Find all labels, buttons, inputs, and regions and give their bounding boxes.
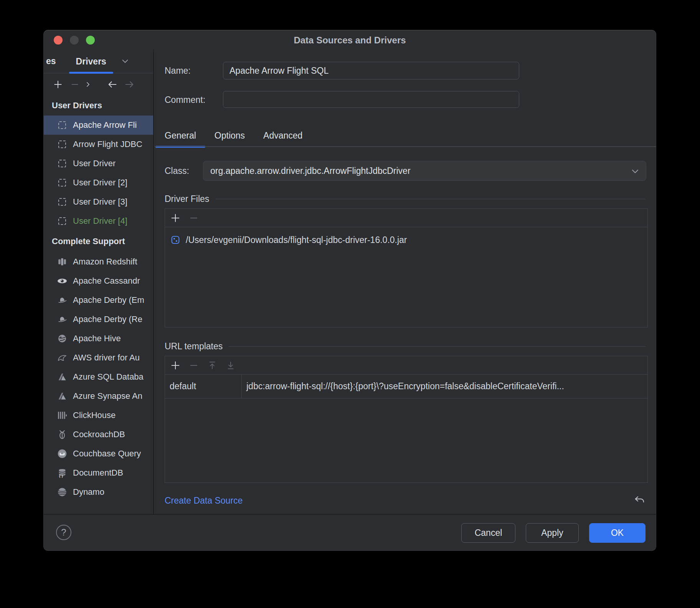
zoom-window-button[interactable] <box>86 36 95 45</box>
sidebar-item-user-driver-3[interactable]: User Driver [3] <box>44 192 153 211</box>
sidebar-item-arrow-flight-jdbc[interactable]: Arrow Flight JDBC <box>44 135 153 154</box>
redshift-icon <box>57 257 67 267</box>
url-template-value-cell[interactable]: jdbc:arrow-flight-sql://{host}:{port}\?u… <box>242 375 647 398</box>
tab-drivers[interactable]: Drivers <box>69 50 113 73</box>
forward-button[interactable] <box>124 79 135 90</box>
url-templates-panel: default jdbc:arrow-flight-sql://{host}:{… <box>165 356 648 483</box>
data-sources-dialog: Data Sources and Drivers es Drivers <box>43 30 656 551</box>
sidebar-item-apache-derby-remote[interactable]: Apache Derby (Re <box>44 310 153 329</box>
azure-triangle-icon <box>57 372 67 382</box>
create-data-source-link[interactable]: Create Data Source <box>165 493 243 508</box>
screen-background: Data Sources and Drivers es Drivers <box>0 0 700 608</box>
driver-file-path: /Users/evgenii/Downloads/flight-sql-jdbc… <box>186 235 407 245</box>
sidebar-item-label: DocumentDB <box>73 468 123 478</box>
sidebar-item-clickhouse[interactable]: ClickHouse <box>44 406 153 425</box>
add-template-button[interactable] <box>170 360 181 371</box>
url-template-name-cell[interactable]: default <box>165 375 242 398</box>
chevron-down-icon[interactable] <box>119 56 131 67</box>
comment-label: Comment: <box>165 95 205 105</box>
tab-data-sources-partial[interactable]: es <box>46 56 56 66</box>
help-button[interactable]: ? <box>56 525 71 540</box>
clickhouse-bars-icon <box>57 410 67 420</box>
add-driver-button[interactable] <box>52 79 64 90</box>
sidebar-item-user-driver[interactable]: User Driver <box>44 154 153 173</box>
azure-triangle-icon <box>57 391 67 401</box>
sidebar-item-apache-hive[interactable]: Apache Hive <box>44 329 153 348</box>
sidebar-item-label: Apache Arrow Fli <box>73 120 137 130</box>
sidebar-item-azure-synapse[interactable]: Azure Synapse An <box>44 387 153 406</box>
tab-options[interactable]: Options <box>205 124 254 147</box>
sidebar-item-label: Arrow Flight JDBC <box>73 139 142 149</box>
tab-advanced[interactable]: Advanced <box>254 124 312 147</box>
sidebar-item-label: Apache Cassandr <box>73 276 140 286</box>
apply-button[interactable]: Apply <box>526 523 579 543</box>
comment-input[interactable] <box>223 91 519 108</box>
sidebar-item-apache-cassandra[interactable]: Apache Cassandr <box>44 271 153 291</box>
sidebar-item-apache-arrow-flight[interactable]: Apache Arrow Fli <box>44 116 153 135</box>
sidebar-item-apache-derby-embedded[interactable]: Apache Derby (Em <box>44 291 153 310</box>
undo-icon[interactable] <box>634 494 646 506</box>
user-driver-icon <box>57 139 67 149</box>
svg-text:{}: {} <box>59 474 64 478</box>
mysql-dolphin-icon <box>57 353 67 363</box>
sidebar-item-label: Azure SQL Databa <box>73 372 144 382</box>
couchbase-icon <box>57 449 67 459</box>
close-window-button[interactable] <box>54 36 63 45</box>
add-file-button[interactable] <box>170 212 181 224</box>
url-template-row[interactable]: default jdbc:arrow-flight-sql://{host}:{… <box>165 375 647 398</box>
sidebar-toolbar <box>44 73 153 96</box>
tab-separator <box>155 146 656 147</box>
expand-node-icon[interactable] <box>82 79 94 90</box>
user-driver-icon <box>57 120 67 130</box>
class-value: org.apache.arrow.driver.jdbc.ArrowFlight… <box>210 166 411 176</box>
sidebar-item-label: Apache Derby (Re <box>73 314 142 324</box>
url-templates-header: URL templates <box>165 340 646 352</box>
ok-button[interactable]: OK <box>589 523 646 543</box>
user-driver-icon <box>57 159 67 169</box>
driver-file-row[interactable]: /Users/evgenii/Downloads/flight-sql-jdbc… <box>165 230 647 250</box>
sidebar: es Drivers <box>44 50 154 515</box>
back-button[interactable] <box>107 79 118 90</box>
sidebar-item-cockroachdb[interactable]: CockroachDB <box>44 425 153 444</box>
class-select[interactable]: org.apache.arrow.driver.jdbc.ArrowFlight… <box>203 161 646 181</box>
sidebar-item-couchbase-query[interactable]: Couchbase Query <box>44 444 153 463</box>
cancel-button[interactable]: Cancel <box>461 523 515 543</box>
sidebar-item-user-driver-2[interactable]: User Driver [2] <box>44 173 153 192</box>
name-input[interactable]: Apache Arrow Flight SQL <box>223 62 519 79</box>
sidebar-item-label: User Driver [3] <box>73 197 127 207</box>
window-title: Data Sources and Drivers <box>44 30 656 50</box>
sidebar-item-aws-driver[interactable]: AWS driver for Au <box>44 348 153 367</box>
driver-files-panel: /Users/evgenii/Downloads/flight-sql-jdbc… <box>165 208 648 327</box>
sidebar-item-documentdb[interactable]: {} DocumentDB <box>44 463 153 482</box>
cassandra-eye-icon <box>57 276 67 286</box>
sidebar-item-label: Dynamo <box>73 487 104 497</box>
dynamo-globe-icon <box>57 487 67 497</box>
remove-driver-button[interactable] <box>69 79 81 90</box>
driver-files-header: Driver Files <box>165 193 646 205</box>
sidebar-item-label: Apache Derby (Em <box>73 295 144 305</box>
derby-hat-icon <box>57 314 67 324</box>
driver-detail-panel: Name: Apache Arrow Flight SQL Comment: G… <box>155 50 656 515</box>
sidebar-item-label: User Driver [4] <box>73 216 127 226</box>
user-driver-icon <box>57 197 67 207</box>
remove-file-button[interactable] <box>188 212 200 224</box>
footer-buttons: Cancel Apply OK <box>461 523 646 543</box>
url-templates-toolbar <box>165 356 647 375</box>
detail-tab-bar: General Options Advanced <box>155 124 312 147</box>
driver-files-toolbar <box>165 209 647 227</box>
documentdb-icon: {} <box>57 468 67 478</box>
sidebar-item-amazon-redshift[interactable]: Amazon Redshift <box>44 252 153 271</box>
tab-general[interactable]: General <box>155 124 205 147</box>
sidebar-item-label: Couchbase Query <box>73 449 141 459</box>
move-down-icon[interactable] <box>225 360 236 371</box>
sidebar-item-azure-sql-database[interactable]: Azure SQL Databa <box>44 367 153 387</box>
minimize-window-button[interactable] <box>70 36 79 45</box>
remove-template-button[interactable] <box>188 360 200 371</box>
sidebar-tab-bar: es Drivers <box>44 50 153 73</box>
driver-tree: User Drivers Apache Arrow Fli Arrow Flig… <box>44 96 153 515</box>
move-up-icon[interactable] <box>206 360 218 371</box>
sidebar-item-user-driver-4[interactable]: User Driver [4] <box>44 211 153 231</box>
sidebar-item-label: ClickHouse <box>73 410 116 420</box>
sidebar-item-dynamo[interactable]: Dynamo <box>44 482 153 502</box>
cockroach-icon <box>57 430 67 439</box>
